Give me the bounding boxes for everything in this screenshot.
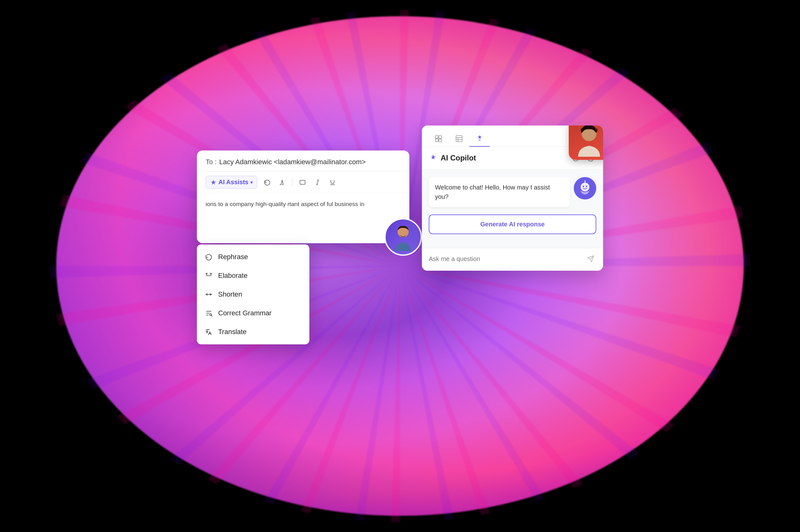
tab-ai[interactable]	[469, 131, 490, 147]
tab-grid[interactable]	[428, 131, 449, 147]
to-label: To :	[206, 158, 217, 166]
email-body: ions to a company high-quality rtant asp…	[197, 193, 410, 243]
shorten-item[interactable]: Shorten	[197, 285, 309, 304]
font-icon[interactable]	[277, 177, 287, 187]
italic-icon[interactable]	[312, 177, 323, 187]
copilot-card: » AI Copilot	[422, 126, 603, 271]
email-body-text: ions to a company high-quality rtant asp…	[206, 201, 364, 207]
svg-rect-14	[435, 139, 438, 142]
svg-rect-16	[456, 135, 462, 142]
translate-icon	[204, 327, 213, 336]
tab-list[interactable]	[449, 131, 469, 147]
svg-line-1	[317, 180, 318, 185]
user-avatar	[569, 126, 603, 160]
elaborate-item[interactable]: Elaborate	[197, 266, 309, 285]
to-value: Lacy Adamkiewic <ladamkiew@mailinator.co…	[219, 158, 366, 166]
chat-message: Welcome to chat! Hello, How may I assist…	[429, 177, 570, 207]
ai-assists-button[interactable]: AI Assists ▾	[206, 176, 257, 189]
translate-label: Translate	[218, 328, 247, 336]
svg-point-26	[583, 186, 584, 187]
svg-point-27	[586, 186, 587, 187]
bot-avatar	[574, 177, 596, 200]
rephrase-label: Rephrase	[218, 253, 248, 261]
svg-point-23	[581, 183, 589, 191]
svg-point-25	[584, 181, 586, 182]
correct-grammar-label: Correct Grammar	[218, 309, 272, 317]
svg-rect-0	[300, 180, 305, 184]
chat-bubble-area: Welcome to chat! Hello, How may I assist…	[429, 177, 596, 207]
elaborate-label: Elaborate	[218, 272, 248, 280]
shorten-label: Shorten	[218, 290, 242, 299]
elaborate-icon	[204, 271, 213, 280]
copilot-title: AI Copilot	[441, 154, 476, 162]
ai-star-icon	[210, 179, 217, 186]
translate-item[interactable]: Translate	[197, 323, 309, 341]
email-toolbar: AI Assists ▾	[197, 171, 410, 193]
correct-grammar-item[interactable]: Correct Grammar	[197, 304, 309, 323]
avatar-illustration	[390, 223, 416, 251]
bot-icon	[578, 181, 593, 196]
email-header: To : Lacy Adamkiewic <ladamkiew@mailinat…	[197, 151, 410, 171]
toolbar-separator	[292, 178, 292, 186]
correct-grammar-icon	[204, 309, 213, 318]
copilot-body: Welcome to chat! Hello, How may I assist…	[422, 170, 603, 248]
email-sender-avatar	[384, 218, 422, 256]
copilot-ai-icon	[429, 154, 437, 162]
copilot-title-area: AI Copilot	[429, 154, 476, 162]
user-avatar-inner	[569, 126, 603, 160]
svg-rect-15	[439, 139, 441, 142]
undo-icon[interactable]	[262, 177, 272, 187]
text-box-icon[interactable]	[297, 177, 308, 187]
chevron-down-icon: ▾	[250, 180, 253, 185]
svg-rect-12	[435, 135, 438, 138]
shorten-icon	[204, 290, 213, 299]
underline-icon[interactable]	[327, 177, 338, 187]
rephrase-icon	[204, 252, 213, 261]
send-button[interactable]	[585, 253, 596, 264]
copilot-footer	[422, 248, 603, 271]
email-composer-card: To : Lacy Adamkiewic <ladamkiew@mailinat…	[197, 151, 410, 243]
ask-input[interactable]	[429, 255, 585, 263]
ai-assists-label: AI Assists	[218, 178, 249, 186]
ai-assists-dropdown: Rephrase Elaborate	[197, 245, 309, 344]
svg-rect-13	[439, 135, 441, 138]
user-avatar-illustration	[575, 126, 603, 157]
rephrase-item[interactable]: Rephrase	[197, 248, 309, 266]
generate-ai-response-button[interactable]: Generate AI response	[429, 214, 596, 234]
